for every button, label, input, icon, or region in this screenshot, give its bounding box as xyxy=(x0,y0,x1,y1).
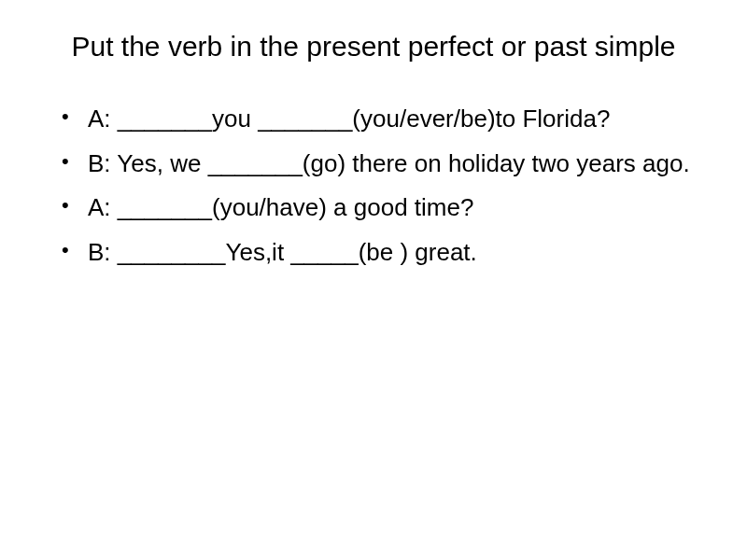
list-item: A: _______(you/have) a good time? xyxy=(62,190,702,226)
list-item: B: ________Yes,it _____(be ) great. xyxy=(62,235,702,271)
list-item: B: Yes, we _______(go) there on holiday … xyxy=(62,147,702,182)
exercise-list: A: _______you _______(you/ever/be)to Flo… xyxy=(45,102,702,271)
list-item: A: _______you _______(you/ever/be)to Flo… xyxy=(62,102,702,137)
page-title: Put the verb in the present perfect or p… xyxy=(45,28,702,64)
